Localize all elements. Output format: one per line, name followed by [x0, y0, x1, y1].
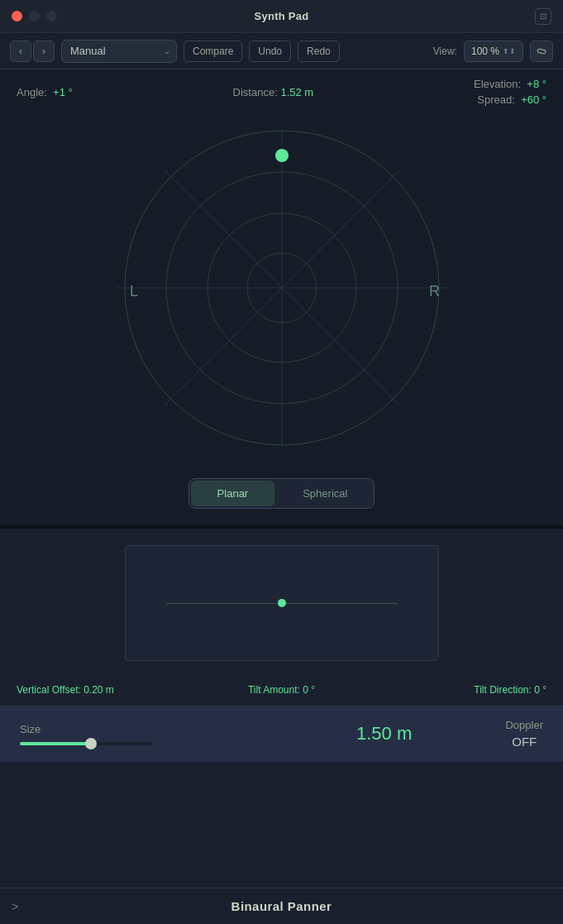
vertical-offset-label: Vertical Offset: [17, 684, 83, 696]
size-value: 1.50 m [263, 723, 506, 744]
redo-button[interactable]: Redo [298, 41, 340, 62]
toolbar: ‹ › Manual ⌄ Compare Undo Redo View: 100… [0, 33, 563, 69]
vertical-offset-stat: Vertical Offset: 0.20 m [17, 684, 193, 696]
size-section: Size [20, 723, 263, 745]
tilt-direction-label: Tilt Direction: [474, 684, 534, 696]
side-view-line [166, 603, 398, 604]
spread-stat: Spread: +60 ° [477, 93, 546, 106]
undo-button[interactable]: Undo [249, 41, 291, 62]
angle-value: +1 ° [53, 86, 73, 98]
vertical-offset-value: 0.20 m [83, 684, 114, 696]
nav-back-button[interactable]: ‹ [10, 41, 31, 62]
maximize-button[interactable] [46, 11, 57, 22]
title-bar: Synth Pad ⊡ [0, 0, 563, 33]
angle-stat: Angle: +1 ° [17, 86, 73, 98]
panner-area: Angle: +1 ° Distance: 1.52 m Elevation: … [0, 69, 563, 525]
planar-mode-button[interactable]: Planar [191, 481, 275, 506]
tilt-amount-value: 0 ° [303, 684, 315, 696]
close-button[interactable] [12, 11, 22, 22]
doppler-section: Doppler OFF [505, 719, 543, 749]
size-label: Size [20, 723, 263, 735]
tilt-amount-label: Tilt Amount: [248, 684, 303, 696]
size-slider-fill [20, 742, 93, 745]
nav-buttons: ‹ › [10, 41, 55, 62]
minimize-button[interactable] [29, 11, 40, 22]
footer-chevron-icon[interactable]: > [12, 900, 18, 913]
link-button[interactable] [530, 41, 553, 62]
polar-grid[interactable]: L R [83, 114, 480, 462]
tilt-direction-value: 0 ° [534, 684, 546, 696]
preset-dropdown[interactable]: Manual [61, 40, 177, 63]
left-label: L [130, 283, 138, 299]
view-label: View: [433, 45, 457, 57]
view-value: 100 % [471, 45, 499, 57]
right-stats: Elevation: +8 ° Spread: +60 ° [474, 78, 546, 106]
footer-title: Binaural Panner [231, 899, 332, 913]
view-stepper-icon: ⬆⬇ [503, 47, 516, 55]
spread-value: +60 ° [521, 93, 546, 106]
side-view-box[interactable] [125, 545, 439, 661]
preset-dropdown-wrapper[interactable]: Manual ⌄ [61, 40, 177, 63]
bottom-controls: Size 1.50 m Doppler OFF [0, 706, 563, 762]
tilt-amount-stat: Tilt Amount: 0 ° [193, 684, 370, 696]
elevation-value: +8 ° [527, 78, 546, 90]
size-slider-thumb[interactable] [85, 738, 97, 749]
window-title: Synth Pad [255, 10, 309, 22]
elevation-stat: Elevation: +8 ° [474, 78, 546, 90]
tilt-direction-stat: Tilt Direction: 0 ° [370, 684, 546, 696]
mode-toggle: Planar Spherical [0, 478, 563, 525]
distance-value: 1.52 m [280, 86, 313, 98]
doppler-value[interactable]: OFF [512, 735, 537, 749]
size-slider-row [20, 742, 263, 745]
footer: > Binaural Panner [0, 888, 563, 924]
stats-row: Angle: +1 ° Distance: 1.52 m Elevation: … [0, 69, 563, 114]
mode-toggle-inner: Planar Spherical [188, 478, 375, 509]
size-slider[interactable] [20, 742, 152, 745]
distance-stat: Distance: 1.52 m [73, 86, 474, 98]
source-dot-inner [278, 151, 286, 160]
side-stats-row: Vertical Offset: 0.20 m Tilt Amount: 0 °… [0, 677, 563, 706]
view-control[interactable]: 100 % ⬆⬇ [464, 41, 523, 62]
link-icon [535, 45, 548, 58]
right-label: R [429, 283, 440, 299]
spherical-mode-button[interactable]: Spherical [276, 479, 374, 508]
side-view-area[interactable] [0, 529, 563, 677]
window-icon[interactable]: ⊡ [535, 8, 551, 25]
compare-button[interactable]: Compare [184, 41, 242, 62]
nav-forward-button[interactable]: › [33, 41, 55, 62]
polar-container[interactable]: L R [0, 114, 563, 478]
window-controls [12, 11, 57, 22]
side-view-dot [278, 599, 286, 607]
doppler-label: Doppler [505, 719, 543, 731]
